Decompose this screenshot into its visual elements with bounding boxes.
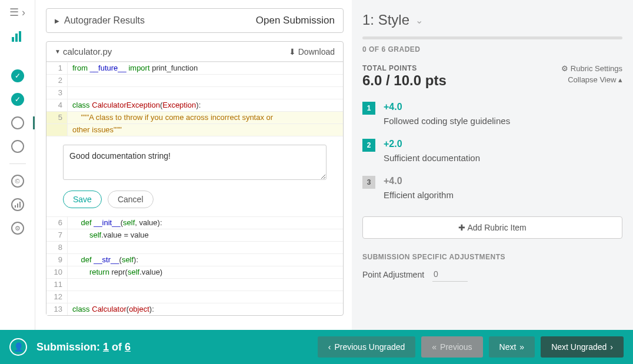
rubric-item-number: 3 [362, 176, 375, 189]
autograder-title: Autograder Results [64, 15, 251, 26]
question-nav-2[interactable]: ✓ [11, 93, 24, 106]
save-button[interactable]: Save [63, 191, 102, 208]
previous-button: « Previous [421, 336, 482, 358]
rubric-item-desc: Sufficient documentation [384, 153, 622, 163]
rubric-item-points: +4.0 [384, 176, 622, 186]
file-name: calculator.py [63, 46, 289, 56]
svg-rect-1 [15, 34, 18, 42]
footer-bar: 👤 Submission: 1 of 6 ‹ Previous Ungraded… [0, 330, 633, 364]
rubric-panel: 1: Style ⌄ 0 OF 6 GRADED TOTAL POINTS 6.… [352, 0, 633, 330]
open-submission-link[interactable]: Open Submission [256, 15, 335, 26]
chevron-down-icon[interactable]: ⌄ [415, 15, 423, 26]
rubric-settings-link[interactable]: ⚙ Rubric Settings [561, 64, 622, 73]
add-rubric-item-button[interactable]: ✚ Add Rubric Item [362, 216, 622, 239]
comment-textarea[interactable] [63, 145, 327, 180]
download-icon: ⬇ [289, 47, 296, 56]
question-nav-3[interactable] [11, 116, 24, 129]
svg-rect-5 [19, 202, 21, 208]
rubric-item-number: 1 [362, 102, 375, 115]
question-nav-1[interactable]: ✓ [11, 69, 24, 82]
download-link[interactable]: ⬇ Download [289, 47, 335, 56]
nav-toggle[interactable]: ☰ › [9, 6, 25, 19]
stats-circle-icon[interactable] [11, 198, 24, 211]
user-icon[interactable]: 👤 [9, 338, 27, 356]
chevron-down-icon[interactable]: ▼ [55, 48, 61, 55]
copyright-icon[interactable]: © [11, 175, 24, 188]
collapse-view-link[interactable]: Collapse View ▴ [561, 75, 622, 84]
stats-icon[interactable] [11, 29, 25, 44]
svg-rect-3 [15, 205, 16, 208]
autograder-panel: ▶ Autograder Results Open Submission [46, 8, 344, 33]
rubric-item-desc: Efficient algorithm [384, 190, 622, 200]
submission-indicator: Submission: 1 of 6 [36, 341, 312, 353]
question-title[interactable]: 1: Style [362, 12, 409, 28]
previous-ungraded-button[interactable]: ‹ Previous Ungraded [318, 336, 416, 358]
rubric-item-desc: Followed coding style guidelines [384, 116, 622, 126]
settings-icon[interactable]: ⚙ [11, 222, 24, 235]
total-points-label: TOTAL POINTS [362, 64, 447, 72]
center-column: ▶ Autograder Results Open Submission ▼ c… [35, 0, 352, 330]
total-points-value: 6.0 / 10.0 pts [362, 72, 447, 89]
next-ungraded-button[interactable]: Next Ungraded › [541, 336, 624, 358]
rubric-item-points: +4.0 [384, 102, 622, 112]
point-adjustment-label: Point Adjustment [362, 270, 424, 279]
rubric-item[interactable]: 1+4.0Followed coding style guidelines [362, 102, 622, 126]
rubric-item[interactable]: 2+2.0Sufficient documentation [362, 139, 622, 163]
cancel-button[interactable]: Cancel [108, 191, 154, 208]
svg-rect-2 [19, 31, 21, 42]
chevron-right-icon[interactable]: ▶ [55, 18, 59, 24]
side-nav: ☰ › ✓ ✓ © ⚙ [0, 0, 35, 330]
code-viewer[interactable]: 6 def __init__(self, value):7 self.value… [46, 216, 343, 315]
adjustments-heading: SUBMISSION SPECIFIC ADJUSTMENTS [362, 253, 622, 261]
question-nav-4[interactable] [11, 140, 24, 153]
svg-rect-0 [12, 37, 14, 42]
gear-icon: ⚙ [561, 64, 568, 73]
code-viewer[interactable]: 1from __future__ import print_function23… [46, 62, 343, 136]
comment-editor: Save Cancel [46, 136, 343, 216]
svg-rect-4 [17, 203, 18, 208]
rubric-item-number: 2 [362, 139, 375, 152]
grading-progress [362, 36, 622, 39]
file-panel: ▼ calculator.py ⬇ Download 1from __futur… [46, 41, 344, 316]
rubric-item[interactable]: 3+4.0Efficient algorithm [362, 176, 622, 200]
point-adjustment-input[interactable] [432, 267, 468, 282]
graded-count: 0 OF 6 GRADED [362, 45, 622, 54]
rubric-item-points: +2.0 [384, 139, 622, 149]
next-button[interactable]: Next » [489, 336, 535, 358]
